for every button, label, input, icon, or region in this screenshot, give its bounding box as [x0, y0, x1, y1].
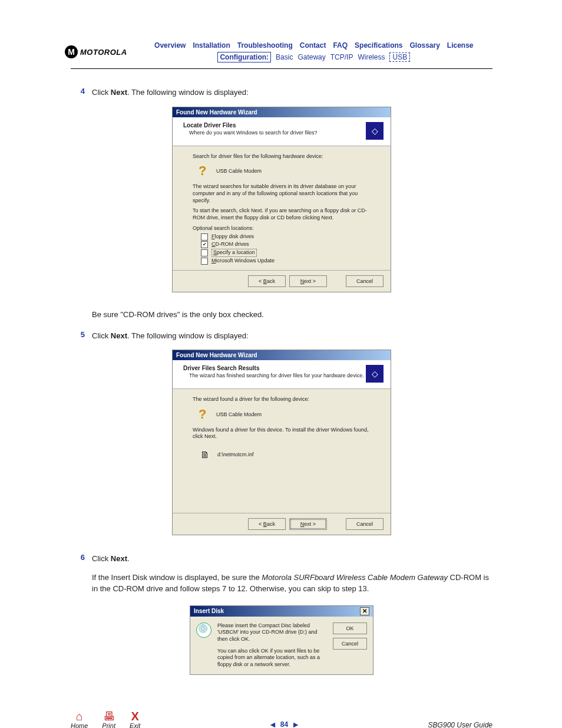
- step-4-next: Next: [111, 88, 127, 97]
- step-6: 6 Click Next. If the Insert Disk window …: [71, 553, 492, 595]
- wizard2-next-button[interactable]: Next >: [289, 518, 327, 530]
- nav-license[interactable]: License: [447, 41, 474, 50]
- wizard2-banner-title: Driver Files Search Results: [183, 365, 366, 371]
- step-5-next: Next: [111, 331, 127, 340]
- step-6-text-a: Click: [92, 554, 111, 563]
- checkbox-icon[interactable]: [201, 249, 208, 256]
- wizard1-line2: The wizard searches for suitable drivers…: [193, 183, 374, 204]
- step-5-number: 5: [71, 330, 92, 342]
- page-navigation: ◄ 84 ►: [269, 720, 300, 728]
- disc-icon: [196, 622, 211, 638]
- wizard2-line1: The wizard found a driver for the follow…: [193, 396, 374, 403]
- question-mark-icon: ?: [199, 164, 210, 179]
- checkbox-icon-checked[interactable]: ✔: [201, 241, 208, 248]
- checkbox-floppy[interactable]: Floppy disk drives: [201, 233, 374, 241]
- print-icon: 🖶: [103, 710, 115, 722]
- exit-icon: X: [131, 710, 138, 722]
- header-rule: [71, 68, 492, 69]
- wizard1-titlebar: Found New Hardware Wizard: [173, 107, 391, 117]
- dialog3-cancel-button[interactable]: Cancel: [333, 638, 367, 650]
- dialog3-para2: You can also click OK if you want files …: [217, 648, 327, 668]
- dialog3-para1: Please insert the Compact Disc labeled '…: [217, 622, 327, 643]
- checkbox-icon[interactable]: [201, 258, 208, 265]
- page-number: 84: [280, 720, 288, 728]
- wizard2-banner-sub: The wizard has finished searching for dr…: [183, 373, 366, 378]
- main-nav: Overview Installation Troubleshooting Co…: [139, 41, 489, 50]
- step-4-text-c: . The following window is displayed:: [127, 88, 249, 97]
- step-5: 5 Click Next. The following window is di…: [71, 330, 492, 342]
- checkbox-cdrom[interactable]: ✔ CD-ROM drives: [201, 241, 374, 248]
- checkbox-windows-update[interactable]: Microsoft Windows Update: [201, 258, 374, 265]
- subnav-gateway[interactable]: Gateway: [297, 53, 325, 61]
- subnav-basic[interactable]: Basic: [276, 53, 293, 61]
- step-6-next: Next: [111, 554, 127, 563]
- nav-specifications[interactable]: Specifications: [355, 41, 402, 50]
- prev-page-icon[interactable]: ◄: [269, 720, 277, 728]
- subnav-tcpip[interactable]: TCP/IP: [330, 53, 353, 61]
- chk-floppy-rest: loppy disk drives: [215, 233, 254, 239]
- chk-cd-rest: D-ROM drives: [216, 241, 249, 247]
- wizard2-path: d:\netmotcm.inf: [217, 452, 254, 459]
- print-label: Print: [102, 722, 115, 728]
- inf-file-icon: 🗎: [199, 449, 211, 462]
- home-button[interactable]: ⌂ Home: [71, 710, 88, 728]
- sub-nav: Configuration: Basic Gateway TCP/IP Wire…: [139, 52, 489, 62]
- wizard2-titlebar: Found New Hardware Wizard: [173, 350, 391, 360]
- chk-wu-rest: icrosoft Windows Update: [216, 258, 275, 263]
- dialog3-ok-button[interactable]: OK: [333, 622, 367, 634]
- subnav-wireless[interactable]: Wireless: [358, 53, 385, 61]
- question-mark-icon: ?: [199, 408, 210, 422]
- wizard2-line2: Windows found a driver for this device. …: [193, 427, 374, 440]
- checkbox-icon[interactable]: [201, 233, 208, 241]
- nav-faq[interactable]: FAQ: [333, 41, 348, 50]
- wizard1-line1: Search for driver files for the followin…: [193, 153, 374, 160]
- step-4-note: Be sure "CD-ROM drives" is the only box …: [92, 309, 492, 321]
- hardware-icon: ◇: [366, 122, 384, 140]
- dialog3-title: Insert Disk: [194, 608, 224, 614]
- nav-glossary[interactable]: Glossary: [409, 41, 439, 50]
- close-icon[interactable]: ✕: [360, 607, 369, 615]
- document-header: M MOTOROLA Overview Installation Trouble…: [65, 41, 489, 62]
- wizard1-next-button[interactable]: Next >: [289, 275, 327, 287]
- step-5-text-a: Click: [92, 331, 111, 340]
- wizard1-cancel-button[interactable]: Cancel: [346, 275, 384, 287]
- step-5-text-c: . The following window is displayed:: [127, 331, 249, 340]
- wizard-locate-driver-files: Found New Hardware Wizard Locate Driver …: [172, 107, 391, 293]
- chk-spec-rest: pecify a location: [217, 249, 255, 255]
- nav-troubleshooting[interactable]: Troubleshooting: [237, 41, 293, 50]
- home-label: Home: [71, 722, 88, 728]
- exit-label: Exit: [130, 722, 140, 728]
- subnav-usb-current[interactable]: USB: [389, 52, 410, 62]
- next-page-icon[interactable]: ►: [292, 720, 300, 728]
- step-6-number: 6: [71, 553, 92, 595]
- wizard1-back-button[interactable]: < Back: [248, 275, 286, 287]
- step-4: 4 Click Next. The following window is di…: [71, 87, 492, 98]
- hardware-icon: ◇: [366, 365, 384, 383]
- logo-badge-icon: M: [65, 45, 78, 58]
- wizard2-cancel-button[interactable]: Cancel: [346, 518, 384, 530]
- motorola-logo: M MOTOROLA: [65, 45, 127, 58]
- step-6-text-c: .: [127, 554, 130, 563]
- nav-contact[interactable]: Contact: [300, 41, 326, 50]
- step-4-note-row: Be sure "CD-ROM drives" is the only box …: [71, 309, 492, 321]
- exit-button[interactable]: X Exit: [130, 710, 140, 728]
- home-icon: ⌂: [76, 710, 83, 722]
- wizard-driver-search-results: Found New Hardware Wizard Driver Files S…: [172, 350, 391, 535]
- configuration-label: Configuration:: [217, 52, 271, 62]
- wizard2-device: USB Cable Modem: [216, 411, 262, 419]
- step-4-number: 4: [71, 87, 92, 98]
- nav-installation[interactable]: Installation: [193, 41, 230, 50]
- wizard1-banner-sub: Where do you want Windows to search for …: [183, 130, 366, 136]
- print-button[interactable]: 🖶 Print: [102, 710, 115, 728]
- chk-wu-pre: M: [211, 258, 216, 263]
- document-footer: ⌂ Home 🖶 Print X Exit ◄ 84 ► SBG900 User…: [71, 710, 492, 728]
- wizard2-back-button[interactable]: < Back: [248, 518, 286, 530]
- step-6-para-b: Motorola SURFboard Wireless Cable Modem …: [262, 573, 448, 582]
- logo-text: MOTOROLA: [80, 48, 127, 57]
- checkbox-specify[interactable]: Specify a location: [201, 249, 374, 257]
- insert-disk-dialog: Insert Disk ✕ Please insert the Compact …: [190, 605, 373, 675]
- guide-name: SBG900 User Guide: [428, 721, 492, 728]
- wizard1-banner-title: Locate Driver Files: [183, 122, 366, 129]
- nav-overview[interactable]: Overview: [154, 41, 186, 50]
- step-6-para-a: If the Insert Disk window is displayed, …: [92, 573, 262, 582]
